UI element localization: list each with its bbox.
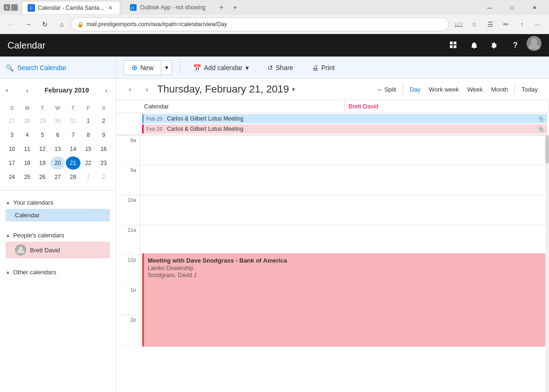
mini-cal-day-6[interactable]: 6 <box>51 128 65 142</box>
mini-cal-day-25[interactable]: 25 <box>20 171 35 184</box>
mini-cal-day-29-other[interactable]: 29 <box>35 114 50 128</box>
bell-icon-button[interactable] <box>465 36 484 55</box>
today-button[interactable]: Today <box>518 84 542 95</box>
calendar-col-label: Calendar <box>144 103 169 110</box>
mini-cal-double-prev[interactable]: « <box>4 86 10 95</box>
share-button[interactable]: ↺ Share <box>262 60 299 75</box>
maximize-button[interactable]: □ <box>501 0 523 15</box>
mini-cal-day-31-other[interactable]: 31 <box>66 114 80 128</box>
sidebar-item-brett-david[interactable]: Brett David <box>6 242 110 258</box>
mini-cal-day-5[interactable]: 5 <box>35 128 50 142</box>
view-option-month[interactable]: Month <box>487 84 512 95</box>
minimize-button[interactable]: — <box>479 0 500 15</box>
settings-icon-button[interactable] <box>485 36 504 55</box>
next-date-button[interactable]: › <box>140 83 153 96</box>
mini-cal-next-button[interactable]: › <box>101 85 112 96</box>
view-option-work-week[interactable]: Work week <box>425 84 462 95</box>
more-button[interactable]: ··· <box>530 17 545 32</box>
mini-cal-day-9[interactable]: 9 <box>96 128 111 142</box>
mini-cal-day-18[interactable]: 18 <box>20 157 35 170</box>
mini-cal-day-2[interactable]: 2 <box>96 114 111 128</box>
hub-button[interactable]: ☰ <box>483 17 498 32</box>
mini-cal-day-1[interactable]: 1 <box>81 114 96 128</box>
home-button[interactable]: ⌂ <box>54 17 69 32</box>
peoples-calendars-title: People's calendars <box>13 232 64 239</box>
view-option-day[interactable]: Day <box>406 84 424 95</box>
mini-cal-day-2-other[interactable]: 2 <box>96 171 111 184</box>
mini-cal-day-4[interactable]: 4 <box>20 128 35 142</box>
mini-cal-day-17[interactable]: 17 <box>5 157 19 170</box>
mini-cal-day-10[interactable]: 10 <box>5 143 19 156</box>
mini-cal-day-27-other[interactable]: 27 <box>5 114 19 128</box>
time-block-9a[interactable] <box>140 165 549 195</box>
search-calendar-label: Search Calendar <box>17 64 66 71</box>
mini-cal-day-27[interactable]: 27 <box>51 171 65 184</box>
time-block-11a[interactable] <box>140 225 549 255</box>
favorites-button[interactable]: ☆ <box>467 17 482 32</box>
scrollbar-track[interactable] <box>545 135 549 392</box>
your-calendars-header[interactable]: ▲ Your calendars <box>6 196 110 209</box>
mini-cal-day-24[interactable]: 24 <box>5 171 19 184</box>
mini-cal-day-11[interactable]: 11 <box>20 143 35 156</box>
share-browser-button[interactable]: ↑ <box>514 17 529 32</box>
sidebar-item-calendar[interactable]: Calendar <box>6 209 110 221</box>
mini-cal-day-22[interactable]: 22 <box>81 157 96 170</box>
tab-calendar[interactable]: C Calendar - Camila Santa... ✕ <box>22 1 120 14</box>
mini-cal-day-14[interactable]: 14 <box>66 143 80 156</box>
mini-cal-day-30-other[interactable]: 30 <box>51 114 65 128</box>
refresh-button[interactable]: ↻ <box>37 17 52 32</box>
mini-cal-day-20[interactable]: 20 <box>51 157 65 170</box>
mini-cal-day-15[interactable]: 15 <box>81 143 96 156</box>
view-option-week[interactable]: Week <box>463 84 486 95</box>
meeting-event-dave-snodgrass[interactable]: Meeting with Dave Snodgrass - Bank of Am… <box>142 253 545 347</box>
mini-cal-day-21[interactable]: 21 <box>66 157 80 170</box>
mini-cal-day-12[interactable]: 12 <box>35 143 50 156</box>
other-calendars-header[interactable]: ▲ Other calendars <box>6 266 110 278</box>
your-calendars-expand-icon: ▲ <box>6 200 10 205</box>
notes-button[interactable]: ✏ <box>498 17 513 32</box>
tab-outlook[interactable]: O Outlook App - not showing <box>124 1 211 14</box>
mini-cal-day-28-other[interactable]: 28 <box>20 114 35 128</box>
mini-cal-day-13[interactable]: 13 <box>51 143 65 156</box>
mini-cal-day-26[interactable]: 26 <box>35 171 50 184</box>
reading-mode-button[interactable]: 📖 <box>451 17 466 32</box>
new-dropdown-button[interactable]: ▾ <box>161 60 172 75</box>
split-button[interactable]: ↔ Split <box>373 84 400 95</box>
user-avatar[interactable] <box>527 36 542 51</box>
mini-cal-day-19[interactable]: 19 <box>35 157 50 170</box>
search-calendar-button[interactable]: 🔍 Search Calendar <box>6 64 66 71</box>
mini-cal-day-7[interactable]: 7 <box>66 128 80 142</box>
new-tab-button[interactable]: + <box>215 1 228 14</box>
mini-cal-day-8[interactable]: 8 <box>81 128 96 142</box>
new-button[interactable]: ⊕ New <box>123 60 161 75</box>
time-block-10a[interactable] <box>140 195 549 225</box>
date-dropdown-icon: ▾ <box>292 86 295 93</box>
all-day-section: Feb 20 Carlos & Gilbert Lotus Meeting 📎 … <box>116 113 549 135</box>
mini-cal-day-1-other[interactable]: 1 <box>81 171 96 184</box>
tab-close-calendar[interactable]: ✕ <box>107 4 114 12</box>
mini-cal-prev-button[interactable]: ‹ <box>22 85 33 96</box>
mini-cal-day-16[interactable]: 16 <box>96 143 111 156</box>
time-block-8a[interactable] <box>140 135 549 165</box>
scrollbar-thumb[interactable] <box>545 135 549 164</box>
address-bar[interactable]: 🔒 mail.prestigeimports.com/owa/#path=/ca… <box>71 17 449 31</box>
time-label-12p: 12p <box>128 257 136 263</box>
prev-date-button[interactable]: ‹ <box>123 83 137 96</box>
mini-cal-day-3[interactable]: 3 <box>5 128 19 142</box>
back-button[interactable]: ← <box>4 17 19 32</box>
share-label: Share <box>276 64 293 71</box>
apps-icon-button[interactable] <box>444 36 463 55</box>
mini-cal-day-23[interactable]: 23 <box>96 157 111 170</box>
all-day-event-0[interactable]: Feb 20 Carlos & Gilbert Lotus Meeting 📎 <box>142 114 547 123</box>
close-button[interactable]: ✕ <box>524 0 545 15</box>
view-options: ↔ Split Day Work week Week Month Today <box>373 84 542 95</box>
help-icon-button[interactable]: ? <box>506 36 525 55</box>
add-calendar-button[interactable]: 📅 Add calendar ▾ <box>188 60 254 75</box>
forward-button[interactable]: → <box>21 17 36 32</box>
tab-dropdown[interactable]: ▾ <box>234 5 237 11</box>
peoples-calendars-header[interactable]: ▲ People's calendars <box>6 229 110 242</box>
mini-cal-day-28[interactable]: 28 <box>66 171 80 184</box>
current-date-display[interactable]: Thursday, February 21, 2019 ▾ <box>157 83 295 95</box>
print-button[interactable]: 🖨 Print <box>306 60 340 75</box>
all-day-event-1[interactable]: Feb 20 Carlos & Gilbert Lotus Meeting 📎 <box>142 124 547 134</box>
